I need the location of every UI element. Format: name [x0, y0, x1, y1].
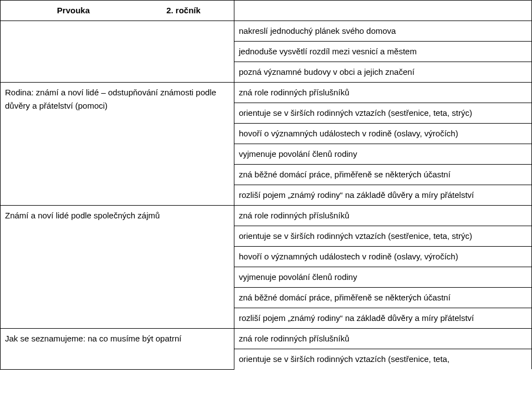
outcome-text: zná role rodinných příslušníků — [239, 334, 349, 343]
right-cell: hovoří o významných událostech v rodině … — [234, 247, 531, 267]
header-row: Prvouka 2. ročník — [1, 1, 532, 21]
right-cell: vyjmenuje povolání členů rodiny — [234, 144, 531, 165]
outcome-text: orientuje se v širších rodinných vztazíc… — [239, 108, 472, 118]
left-cell: Jak se seznamujeme: na co musíme být opa… — [1, 329, 234, 370]
right-cell: orientuje se v širších rodinných vztazíc… — [234, 349, 531, 370]
header-left-cell: Prvouka 2. ročník — [1, 1, 234, 21]
outcome-text: rozliší pojem „známý rodiny“ na základě … — [239, 190, 474, 200]
right-cell: orientuje se v širších rodinných vztazíc… — [234, 103, 531, 124]
right-cell: zná role rodinných příslušníků — [234, 329, 531, 349]
outcome-text: pozná významné budovy v obci a jejich zn… — [239, 67, 415, 76]
outcome-text: zná role rodinných příslušníků — [239, 88, 349, 97]
topic-text: Známí a noví lidé podle společných zájmů — [5, 211, 160, 220]
curriculum-table: Prvouka 2. ročník nakreslí jednoduchý pl… — [0, 0, 532, 370]
outcome-text: zná běžné domácí práce, přiměřeně se něk… — [239, 170, 451, 179]
left-cell: Rodina: známí a noví lidé – odstupňování… — [1, 83, 234, 206]
right-cell: pozná významné budovy v obci a jejich zn… — [234, 62, 531, 83]
outcome-text: nakreslí jednoduchý plánek svého domova — [239, 26, 396, 35]
outcome-text: orientuje se v širších rodinných vztazíc… — [239, 231, 472, 241]
right-cell: zná role rodinných příslušníků — [234, 206, 531, 226]
table-row: Jak se seznamujeme: na co musíme být opa… — [1, 329, 532, 349]
left-cell — [1, 21, 234, 83]
outcome-text: zná běžné domácí práce, přiměřeně se něk… — [239, 293, 451, 302]
right-cell: rozliší pojem „známý rodiny“ na základě … — [234, 308, 531, 329]
table-row: Rodina: známí a noví lidé – odstupňování… — [1, 83, 532, 103]
subject-label: Prvouka — [8, 4, 139, 17]
outcome-text: orientuje se v širších rodinných vztazíc… — [239, 354, 449, 364]
right-cell: hovoří o významných událostech v rodině … — [234, 124, 531, 144]
left-cell: Známí a noví lidé podle společných zájmů — [1, 206, 234, 329]
outcome-text: rozliší pojem „známý rodiny“ na základě … — [239, 313, 474, 323]
outcome-text: zná role rodinných příslušníků — [239, 211, 349, 220]
right-cell: orientuje se v širších rodinných vztazíc… — [234, 226, 531, 247]
table-row: Známí a noví lidé podle společných zájmů… — [1, 206, 532, 226]
outcome-text: vyjmenuje povolání členů rodiny — [239, 272, 357, 282]
topic-text: Jak se seznamujeme: na co musíme být opa… — [5, 334, 181, 343]
header-right-cell — [234, 1, 531, 21]
topic-text: Rodina: známí a noví lidé – odstupňování… — [5, 88, 216, 110]
right-cell: zná běžné domácí práce, přiměřeně se něk… — [234, 288, 531, 308]
outcome-text: hovoří o významných událostech v rodině … — [239, 252, 458, 261]
right-cell: jednoduše vysvětlí rozdíl mezi vesnicí a… — [234, 42, 531, 62]
right-cell: rozliší pojem „známý rodiny“ na základě … — [234, 185, 531, 206]
grade-label: 2. ročník — [141, 4, 226, 17]
table-row: nakreslí jednoduchý plánek svého domova — [1, 21, 532, 42]
outcome-text: jednoduše vysvětlí rozdíl mezi vesnicí a… — [239, 47, 417, 56]
right-cell: nakreslí jednoduchý plánek svého domova — [234, 21, 531, 42]
outcome-text: vyjmenuje povolání členů rodiny — [239, 149, 357, 159]
right-cell: vyjmenuje povolání členů rodiny — [234, 267, 531, 288]
outcome-text: hovoří o významných událostech v rodině … — [239, 129, 458, 138]
right-cell: zná běžné domácí práce, přiměřeně se něk… — [234, 165, 531, 185]
right-cell: zná role rodinných příslušníků — [234, 83, 531, 103]
